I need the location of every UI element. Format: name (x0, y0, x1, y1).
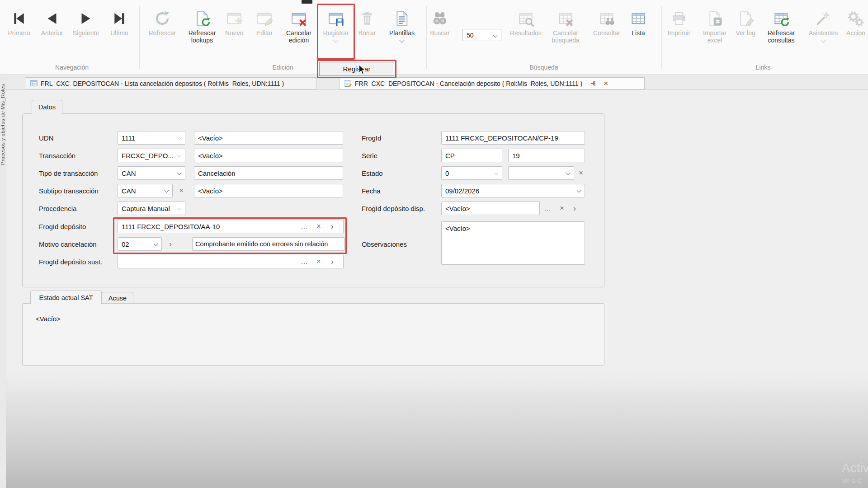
frogid-deposito-disp-field[interactable]: <Vacío> (441, 202, 540, 215)
resultados-label: Resultados (510, 30, 542, 37)
procedencia-combo[interactable]: Captura Manual (118, 202, 185, 215)
page-refresh-icon (193, 10, 211, 27)
registrar-button[interactable]: Registrar (318, 7, 354, 62)
subtipo-transaccion-combo[interactable]: CAN (118, 184, 173, 197)
refrescar-lookups-button[interactable]: Refrescar lookups (183, 7, 221, 62)
refresh-icon (154, 10, 171, 27)
page-size-combo[interactable]: 50 (462, 29, 501, 41)
motivo-cancelacion-combo[interactable]: 02 (118, 237, 162, 251)
editar-label: Editar (256, 30, 273, 37)
frogid-deposito-goto-button[interactable]: › (327, 220, 337, 233)
udn-combo[interactable]: 1111 (118, 131, 185, 145)
frogid-deposito-sust-field[interactable] (118, 255, 344, 268)
imprimir-button[interactable]: Imprimir (663, 7, 695, 62)
folio-value: 19 (512, 152, 520, 160)
frogid-deposito-lookup-button[interactable]: … (299, 220, 309, 233)
tipo-transaccion-desc-field[interactable]: Cancelación (194, 166, 343, 180)
gears-icon (847, 10, 864, 27)
lista-button[interactable]: Lista (623, 7, 654, 62)
list-tab-icon (30, 80, 38, 87)
estado-label: Estado (362, 166, 383, 180)
frogid-deposito-clear-button[interactable]: × (314, 220, 324, 233)
ultimo-button[interactable]: Ultimo (104, 7, 135, 62)
estado-clear-button[interactable]: × (576, 166, 586, 180)
refrescar-label: Refrescar (149, 30, 176, 37)
excel-icon (706, 10, 723, 27)
motivo-desc-field[interactable]: Comprobante emitido con errores sin rela… (192, 237, 344, 251)
grid-cancel-icon (557, 10, 574, 27)
fecha-picker[interactable]: 09/02/2026 (441, 184, 585, 197)
frogid-field[interactable]: 1111 FRCXC_DEPOSITOCAN/CP-19 (441, 131, 585, 145)
windows-activation-watermark-sub: Ve a C (842, 477, 862, 484)
transaccion-desc: <Vacío> (198, 152, 223, 160)
tab-acuse[interactable]: Acuse (102, 292, 133, 304)
frogid-sust-lookup-button[interactable]: … (299, 255, 309, 268)
estado-combo[interactable]: 0 (441, 166, 502, 180)
editar-button[interactable]: Editar (249, 7, 280, 62)
transaccion-desc-field[interactable]: <Vacío> (194, 149, 343, 162)
primero-button[interactable]: Primero (3, 7, 35, 62)
importar-excel-button[interactable]: Importar excel (696, 7, 733, 62)
collapsed-panel-rail[interactable]: Procesos y objetos de Mis_Roles (0, 75, 6, 488)
pin-icon[interactable] (590, 80, 597, 87)
accion-button[interactable]: Accion (838, 7, 868, 62)
asistentes-button[interactable]: Asistentes (805, 7, 841, 62)
transaccion-combo[interactable]: FRCXC_DEPO... (118, 149, 185, 162)
chevron-down-icon (821, 38, 826, 42)
plantillas-label: Plantillas (389, 30, 415, 37)
close-icon[interactable]: × (604, 80, 608, 87)
sat-content: <Vacío> (36, 315, 61, 323)
consultar-button[interactable]: Consultar (589, 7, 624, 62)
anterior-button[interactable]: Anterior (36, 7, 68, 62)
refrescar-consultas-button[interactable]: Refrescar consultas (760, 7, 802, 62)
observaciones-textarea[interactable]: <Vacío> (441, 221, 585, 265)
accion-label: Accion (846, 30, 865, 37)
observaciones-value: <Vacío> (445, 225, 470, 232)
frogid-disp-clear-button[interactable]: × (557, 202, 567, 215)
chevron-down-icon (494, 171, 499, 175)
tab-cancelacion-deposito[interactable]: FRR_CXC_DEPOSITOCAN - Cancelación deposi… (339, 77, 645, 89)
tab-estado-actual-sat[interactable]: Estado actual SAT (30, 291, 102, 304)
motivo-goto-button[interactable]: › (165, 237, 175, 251)
plantillas-button[interactable]: Plantillas (384, 7, 420, 62)
anterior-label: Anterior (41, 30, 63, 37)
group-separator (661, 6, 662, 69)
subtipo-clear-button[interactable]: × (176, 184, 186, 197)
siguiente-button[interactable]: Siguiente (70, 7, 102, 62)
resultados-button[interactable]: Resultados (508, 7, 543, 62)
tab-datos[interactable]: Datos (32, 100, 62, 114)
refrescar-button[interactable]: Refrescar (145, 7, 180, 62)
serie-field[interactable]: CP (441, 149, 502, 162)
motivo-desc: Comprobante emitido con errores sin rela… (195, 240, 328, 248)
frogid-sust-goto-button[interactable]: › (327, 255, 337, 268)
registrar-label: Registrar (323, 30, 349, 37)
tab-lista-cancelacion[interactable]: FRL_CXC_DEPOSITOCAN - Lista cancelación … (25, 77, 316, 89)
tab-estado-sat-label: Estado actual SAT (39, 294, 93, 301)
group-links: Links (661, 64, 865, 71)
borrar-button[interactable]: Borrar (351, 7, 383, 62)
buscar-button[interactable]: Buscar (424, 7, 456, 62)
frogid-disp-goto-button[interactable]: › (570, 202, 580, 215)
chevron-down-icon (399, 38, 404, 42)
fecha-value: 09/02/2026 (445, 187, 479, 195)
udn-value: 1111 (122, 134, 135, 142)
ver-log-button[interactable]: Ver log (730, 7, 761, 62)
cancelar-busqueda-button[interactable]: Cancelar búsqueda (545, 7, 586, 62)
udn-desc: <Vacío> (198, 134, 223, 142)
estado-desc-combo[interactable] (508, 166, 574, 180)
tipo-transaccion-combo[interactable]: CAN (118, 166, 185, 180)
folio-field[interactable]: 19 (508, 149, 585, 162)
udn-label: UDN (39, 131, 54, 145)
subtipo-desc-field[interactable]: <Vacío> (194, 184, 343, 197)
window-save-icon (327, 10, 344, 27)
cancelar-edicion-button[interactable]: Cancelar edición (280, 7, 318, 62)
grid-icon (630, 10, 647, 27)
subtipo-transaccion-value: CAN (122, 187, 136, 195)
frogid-disp-lookup-button[interactable]: … (542, 202, 552, 215)
form-tab-icon (344, 80, 352, 87)
nuevo-button[interactable]: Nuevo (218, 7, 250, 62)
udn-desc-field[interactable]: <Vacío> (194, 131, 343, 145)
frogid-sust-clear-button[interactable]: × (314, 255, 324, 268)
window-edit-icon (256, 10, 273, 27)
frogid-deposito-field[interactable]: 1111 FRCXC_DEPOSITO/AA-10 (118, 220, 344, 233)
